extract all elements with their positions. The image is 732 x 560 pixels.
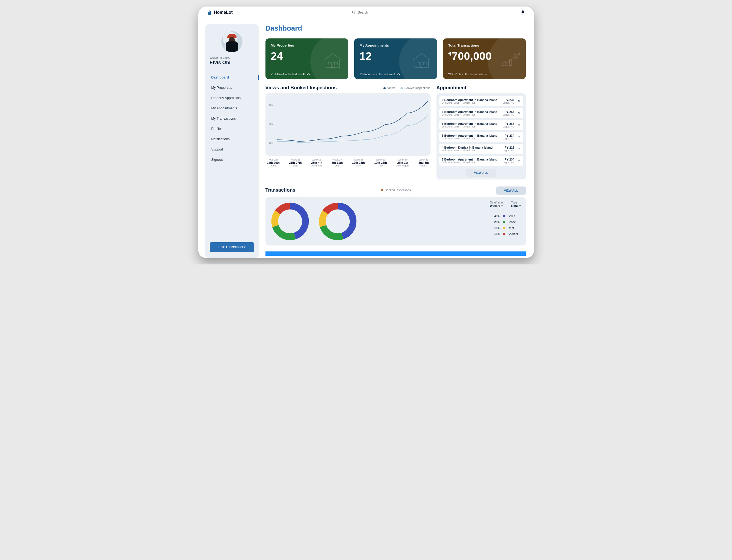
appointment-row[interactable]: 5 Bedroom Apartment in Banana Island 30t… — [439, 156, 523, 166]
welcome-label: Welcome back, — [210, 56, 254, 59]
house-icon — [322, 51, 344, 70]
sidebar-nav: DashboardMy PropertiesProperty Appraisal… — [210, 73, 254, 164]
legend-booked-inspections: Booked Inspections — [381, 188, 411, 192]
stat-label: My Appointments — [360, 43, 431, 47]
search-box[interactable] — [352, 11, 401, 14]
appointment-meta: 30th June, 2021Virtual Tour — [442, 149, 501, 152]
svg-point-15 — [279, 211, 301, 232]
appointment-location: Lagos, NG — [502, 161, 514, 164]
appointment-name: 5 Bedroom Apartment in Banana Island — [442, 134, 501, 137]
appointment-location: Lagos, NG — [502, 125, 514, 128]
sidebar-item-support[interactable]: Support — [210, 145, 254, 154]
series-line — [277, 115, 428, 142]
timeframe-select[interactable]: Timeframe Weekly — [490, 201, 504, 207]
stat-label: My Properties — [271, 43, 343, 47]
search-icon — [352, 11, 356, 14]
bell-icon[interactable] — [520, 10, 525, 15]
type-select[interactable]: Type Rent — [511, 201, 521, 207]
sidebar-item-dashboard[interactable]: Dashboard — [210, 73, 254, 82]
tx-legend-row: 15%Shortlet — [490, 232, 521, 235]
brand[interactable]: HomeLot — [207, 10, 233, 15]
x-tick: Week 3026th-1stJuly-August — [396, 158, 409, 167]
sidebar-item-profile[interactable]: Profile — [210, 125, 254, 133]
transactions-view-all-button[interactable]: VIEW ALL — [496, 186, 525, 195]
growth-icon: $ — [500, 51, 521, 68]
house-icon — [411, 51, 432, 70]
appointment-code: PY-223 — [502, 146, 514, 149]
appointment-name: 4 Bedroom Duplex in Banana Island — [442, 146, 501, 149]
stats-row: My Properties 24 21% Profit in the last … — [266, 38, 526, 79]
page-title: Dashboard — [266, 24, 526, 32]
sidebar-item-my-transactions[interactable]: My Transactions — [210, 114, 254, 123]
x-tick: Week 2521th-27thJune — [289, 158, 302, 167]
sidebar-item-notifications[interactable]: Notifications — [210, 135, 254, 143]
appointment-row[interactable]: 5 Bedroom Apartment in Banana Island 27t… — [439, 132, 523, 142]
svg-line-1 — [354, 13, 355, 14]
stat-card-my-appointments[interactable]: My Appointments 12 2% Increase in the la… — [354, 38, 437, 79]
donut-chart-2 — [318, 201, 358, 242]
appointment-meta: 24th June, 2021Virtual Tour — [442, 101, 501, 104]
series-line — [277, 100, 428, 142]
transactions-top-legend: Booked Inspections — [296, 188, 496, 192]
brand-name: HomeLot — [214, 10, 233, 15]
legend-views: Views — [383, 86, 395, 90]
list-property-button[interactable]: LIST A PROPERTY — [210, 242, 254, 252]
search-input[interactable] — [358, 11, 401, 14]
svg-rect-8 — [423, 62, 426, 65]
arrow-up-right-icon — [516, 99, 520, 103]
chevron-up-icon — [397, 73, 400, 76]
y-tick: 200 — [269, 122, 273, 125]
appointment-row[interactable]: 4 Bedroom Duplex in Banana Island 30th J… — [439, 144, 523, 154]
y-tick: 300 — [269, 103, 273, 106]
chevron-up-icon — [485, 73, 487, 76]
brand-logo-icon — [207, 10, 212, 15]
appointment-row[interactable]: 3 Bedroom Apartment in Banana Island 24t… — [439, 108, 523, 118]
svg-rect-5 — [332, 63, 334, 68]
topbar: HomeLot — [198, 10, 534, 19]
stat-delta: 2% Increase in the last week — [360, 73, 431, 76]
sidebar-item-my-appointments[interactable]: My Appointments — [210, 104, 254, 113]
stat-delta: 21% Profit in the last month — [448, 73, 520, 76]
appointment-code: PY-234 — [502, 134, 514, 137]
appointment-code: PY-234 — [502, 158, 514, 161]
appointment-name: 5 Bedroom Apartment in Banana Island — [442, 158, 501, 161]
donut-chart-1 — [270, 201, 311, 242]
sidebar-item-property-appraisals[interactable]: Property Appraisals — [210, 94, 254, 102]
sidebar-item-signout[interactable]: Signout — [210, 155, 254, 164]
sidebar: Welcome back, Elvis Obi DashboardMy Prop… — [205, 24, 259, 258]
arrow-up-right-icon — [516, 147, 520, 151]
legend-booked: Booked Inspections — [400, 86, 430, 90]
stat-label: Total Transactions — [448, 43, 520, 47]
transactions-legend: 45%Sales25%Lease15%Rent15%Shortlet — [490, 214, 521, 235]
chevron-down-icon — [519, 204, 521, 207]
appointment-row[interactable]: 5 Bedroom Apartment in Banana Island 26t… — [439, 120, 523, 130]
appointment-code: PY-267 — [502, 122, 514, 125]
x-tick: Week 2919th-25thJuly — [374, 158, 387, 167]
avatar[interactable] — [221, 31, 243, 52]
appointment-name: 5 Bedroom Apartment in Banana Island — [442, 122, 501, 125]
appointment-list: 5 Bedroom Apartment in Banana Island 24t… — [436, 93, 526, 179]
transactions-title: Transactions — [266, 187, 296, 193]
chart-legend: Views Booked Inspections — [383, 86, 430, 90]
svg-rect-3 — [328, 62, 331, 65]
user-name: Elvis Obi — [210, 60, 254, 66]
transactions-body: Timeframe Weekly Type Rent 45%Sales25%Le… — [266, 197, 526, 245]
sidebar-item-my-properties[interactable]: My Properties — [210, 83, 254, 92]
chart-x-axis: Week 2414th-20thJuneWeek 2521th-27thJune… — [266, 158, 430, 167]
arrow-up-right-icon — [516, 123, 520, 127]
appointment-row[interactable]: 5 Bedroom Apartment in Banana Island 24t… — [439, 96, 523, 106]
tx-legend-row: 15%Rent — [490, 226, 521, 230]
svg-rect-4 — [335, 62, 338, 65]
svg-text:$: $ — [515, 55, 516, 57]
stat-card-total-transactions[interactable]: $ Total Transactions ₦700,000 21% Profit… — [443, 38, 526, 79]
appointments-view-all-button[interactable]: VIEW ALL — [466, 169, 495, 177]
main: Dashboard My Properties 24 21% Profit in… — [266, 24, 527, 258]
stat-card-my-properties[interactable]: My Properties 24 21% Profit in the last … — [266, 38, 348, 79]
appointment-meta: 24th June, 2021Virtual Tour — [442, 113, 501, 116]
appointment-meta: 26th June, 2021Virtual Tour — [442, 125, 501, 128]
arrow-up-right-icon — [516, 135, 520, 139]
views-chart-section: Views and Booked Inspections Views Booke… — [266, 85, 430, 167]
app-frame: HomeLot Welcome back, Elvis Obi Dashboar… — [198, 6, 534, 258]
appointment-panel: Appointment 5 Bedroom Apartment in Banan… — [436, 85, 526, 179]
svg-point-0 — [352, 11, 354, 13]
